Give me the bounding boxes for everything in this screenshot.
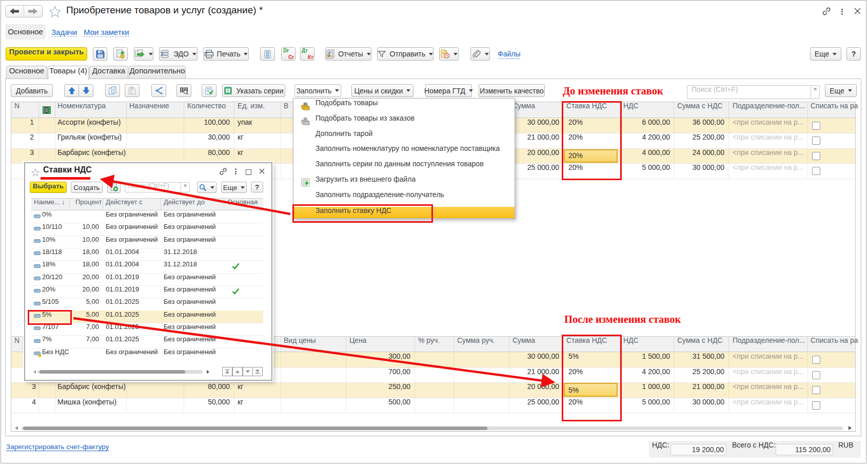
svg-text:1: 1 xyxy=(122,54,124,58)
